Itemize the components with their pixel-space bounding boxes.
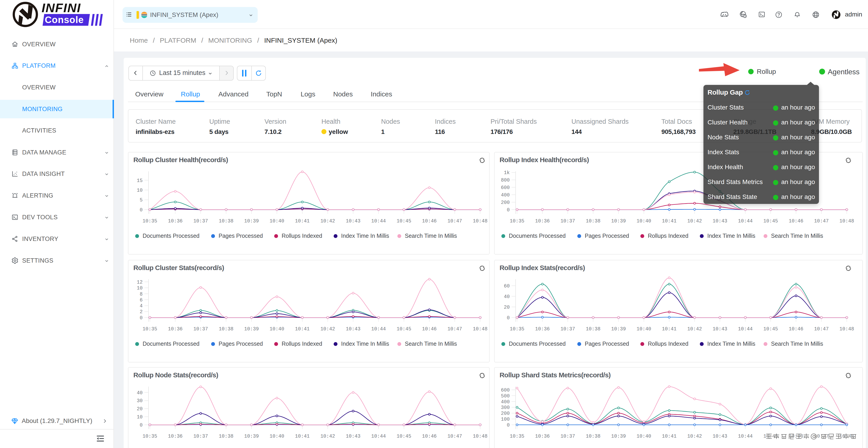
svg-text:10:38: 10:38 — [219, 218, 234, 224]
svg-text:0: 0 — [140, 315, 143, 320]
svg-text:10:41: 10:41 — [295, 218, 310, 224]
svg-text:10:36: 10:36 — [535, 326, 550, 332]
svg-text:10:42: 10:42 — [320, 218, 335, 224]
svg-text:40: 40 — [504, 294, 510, 299]
svg-text:10:42: 10:42 — [320, 326, 335, 332]
svg-text:10:43: 10:43 — [713, 434, 727, 439]
svg-text:10:42: 10:42 — [687, 218, 702, 224]
svg-text:600: 600 — [501, 387, 510, 393]
svg-text:10:40: 10:40 — [270, 218, 284, 224]
svg-text:10:37: 10:37 — [560, 218, 575, 224]
svg-text:30: 30 — [137, 398, 143, 404]
svg-text:8: 8 — [140, 291, 143, 297]
svg-text:10:35: 10:35 — [143, 434, 157, 439]
svg-text:10:46: 10:46 — [422, 434, 437, 439]
svg-text:10:40: 10:40 — [637, 218, 651, 224]
svg-text:4: 4 — [140, 303, 143, 309]
svg-text:10:36: 10:36 — [168, 434, 183, 439]
svg-text:10:46: 10:46 — [422, 218, 437, 224]
svg-text:10:48: 10:48 — [839, 218, 854, 224]
svg-text:10:41: 10:41 — [295, 434, 310, 439]
svg-text:10:38: 10:38 — [586, 218, 600, 224]
svg-text:12: 12 — [137, 279, 143, 285]
svg-text:10:44: 10:44 — [738, 326, 753, 332]
svg-text:10:37: 10:37 — [560, 434, 575, 439]
svg-text:10:48: 10:48 — [839, 326, 854, 332]
svg-text:10:43: 10:43 — [713, 326, 727, 332]
svg-text:10:41: 10:41 — [295, 326, 310, 332]
svg-text:20: 20 — [504, 304, 510, 310]
svg-text:10:48: 10:48 — [473, 326, 488, 332]
svg-text:600: 600 — [501, 185, 510, 191]
svg-text:10:41: 10:41 — [662, 434, 677, 439]
svg-text:10:35: 10:35 — [510, 326, 524, 332]
svg-text:10:41: 10:41 — [662, 218, 677, 224]
svg-text:10:47: 10:47 — [447, 326, 462, 332]
svg-text:10:40: 10:40 — [637, 326, 651, 332]
svg-text:10:39: 10:39 — [244, 326, 259, 332]
svg-text:10:39: 10:39 — [611, 434, 626, 439]
svg-text:10:38: 10:38 — [586, 326, 600, 332]
svg-text:10:40: 10:40 — [270, 326, 284, 332]
svg-text:10:44: 10:44 — [371, 434, 386, 439]
svg-text:10:39: 10:39 — [611, 218, 626, 224]
svg-text:10:43: 10:43 — [713, 218, 727, 224]
svg-text:10:47: 10:47 — [814, 218, 829, 224]
svg-text:10:43: 10:43 — [346, 434, 361, 439]
svg-text:10:36: 10:36 — [535, 218, 550, 224]
svg-text:10:45: 10:45 — [397, 326, 411, 332]
svg-text:10:40: 10:40 — [270, 434, 284, 439]
svg-text:10:38: 10:38 — [219, 326, 234, 332]
svg-text:10: 10 — [137, 285, 143, 291]
svg-text:10:45: 10:45 — [763, 326, 778, 332]
svg-text:10:44: 10:44 — [738, 218, 753, 224]
svg-text:10:35: 10:35 — [143, 326, 157, 332]
svg-text:10:39: 10:39 — [244, 434, 259, 439]
svg-text:10:46: 10:46 — [789, 218, 803, 224]
svg-text:10:44: 10:44 — [371, 326, 386, 332]
svg-text:10:35: 10:35 — [510, 218, 524, 224]
svg-text:20: 20 — [137, 406, 143, 412]
svg-text:0: 0 — [507, 422, 510, 428]
svg-text:10:43: 10:43 — [346, 218, 361, 224]
svg-text:10:37: 10:37 — [560, 326, 575, 332]
svg-text:10:37: 10:37 — [193, 326, 208, 332]
svg-text:10:38: 10:38 — [586, 434, 600, 439]
svg-text:15: 15 — [137, 178, 143, 183]
svg-text:6: 6 — [140, 297, 143, 303]
svg-text:10:35: 10:35 — [143, 218, 157, 224]
svg-text:5: 5 — [140, 197, 143, 203]
svg-text:10:48: 10:48 — [473, 218, 488, 224]
svg-text:10:46: 10:46 — [789, 326, 803, 332]
svg-text:10: 10 — [137, 414, 143, 420]
svg-text:10:36: 10:36 — [535, 434, 550, 439]
svg-text:400: 400 — [501, 193, 510, 198]
svg-text:0: 0 — [140, 422, 143, 428]
svg-text:10:37: 10:37 — [193, 434, 208, 439]
svg-text:10:40: 10:40 — [637, 434, 651, 439]
svg-text:10:36: 10:36 — [168, 326, 183, 332]
svg-text:10:43: 10:43 — [346, 326, 361, 332]
svg-text:0: 0 — [140, 207, 143, 213]
svg-text:10: 10 — [137, 187, 143, 193]
svg-text:2: 2 — [140, 309, 143, 315]
svg-text:10:38: 10:38 — [219, 434, 234, 439]
svg-text:500: 500 — [501, 393, 510, 399]
svg-text:200: 200 — [501, 200, 510, 205]
svg-text:10:47: 10:47 — [447, 218, 462, 224]
svg-text:10:42: 10:42 — [687, 434, 702, 439]
svg-text:10:47: 10:47 — [447, 434, 462, 439]
svg-text:10:46: 10:46 — [422, 326, 437, 332]
svg-text:10:41: 10:41 — [662, 326, 677, 332]
svg-text:10:45: 10:45 — [763, 218, 778, 224]
svg-text:400: 400 — [501, 399, 510, 405]
svg-text:10:39: 10:39 — [611, 326, 626, 332]
svg-text:10:39: 10:39 — [244, 218, 259, 224]
svg-text:0: 0 — [507, 315, 510, 320]
svg-text:300: 300 — [501, 405, 510, 410]
svg-text:800: 800 — [501, 177, 510, 183]
svg-text:10:44: 10:44 — [371, 218, 386, 224]
svg-text:60: 60 — [504, 283, 510, 288]
svg-text:10:36: 10:36 — [168, 218, 183, 224]
svg-text:10:48: 10:48 — [473, 434, 488, 439]
